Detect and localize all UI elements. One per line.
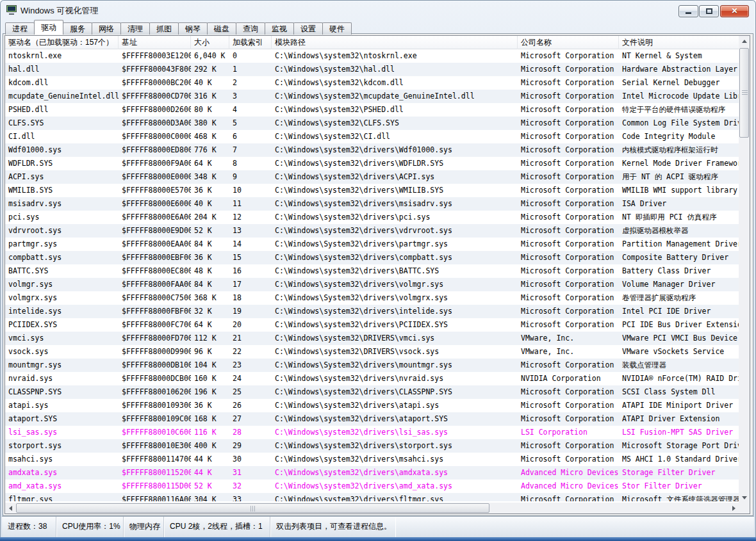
cell-company: LSI Corporation — [518, 426, 619, 439]
cell-name: pci.sys — [5, 211, 119, 224]
driver-list: 驱动名（已加载驱动：157个）基址大小加载索引模块路径公司名称文件说明 ntos… — [4, 35, 750, 514]
tab-hardware[interactable]: 硬件 — [322, 22, 352, 35]
table-row[interactable]: vsock.sys$FFFFF88000D9900096 K22C:\Windo… — [5, 345, 739, 359]
cell-base: $FFFFF88000E00000 — [119, 170, 191, 184]
table-row[interactable]: lsi_sas.sys$FFFFF880010C6000116 K28C:\Wi… — [5, 426, 739, 439]
table-row[interactable]: ACPI.sys$FFFFF88000E00000348 K9C:\Window… — [5, 170, 739, 184]
close-button[interactable]: ✕ — [720, 5, 749, 17]
horizontal-scroll-thumb[interactable] — [16, 503, 489, 513]
column-header-company[interactable]: 公司名称 — [518, 36, 619, 49]
cell-company: Microsoft Corporation — [518, 264, 619, 278]
scroll-left-button[interactable] — [5, 503, 16, 513]
table-row[interactable]: ataport.SYS$FFFFF8800109C000168 K27C:\Wi… — [5, 412, 739, 426]
cell-name: hal.dll — [5, 63, 119, 76]
tab-network[interactable]: 网络 — [92, 22, 121, 35]
maximize-icon — [706, 8, 712, 14]
tab-query[interactable]: 查询 — [236, 22, 265, 35]
table-row[interactable]: kdcom.dll$FFFFF80000BC200040 K2C:\Window… — [5, 76, 739, 90]
table-row[interactable]: nvraid.sys$FFFFF88000DCB000160 K24C:\Win… — [5, 372, 739, 385]
tab-service[interactable]: 服务 — [63, 22, 92, 35]
table-row[interactable]: fltmgr.sys$FFFFF8800116A000304 K33C:\Win… — [5, 493, 739, 501]
cell-name: partmgr.sys — [5, 238, 119, 251]
cell-size: 168 K — [191, 412, 229, 426]
title-bar[interactable]: Windows 可视化管理 ✕ — [0, 0, 756, 20]
table-row[interactable]: intelide.sys$FFFFF88000FBF00032 K19C:\Wi… — [5, 305, 739, 318]
table-row[interactable]: CI.dll$FFFFF88000C00000468 K6C:\Windows\… — [5, 130, 739, 143]
column-header-desc[interactable]: 文件说明 — [619, 36, 739, 49]
table-row[interactable]: WDFLDR.SYS$FFFFF88000F9A00064 K8C:\Windo… — [5, 157, 739, 170]
scroll-down-button[interactable] — [739, 492, 750, 503]
tab-piano[interactable]: 钢琴 — [178, 22, 208, 35]
tab-disk[interactable]: 磁盘 — [207, 22, 236, 35]
table-row[interactable]: msahci.sys$FFFFF8800114700044 K30C:\Wind… — [5, 453, 739, 466]
table-row[interactable]: vdrvroot.sys$FFFFF88000E9D00052 K13C:\Wi… — [5, 224, 739, 238]
arrow-right-icon — [732, 506, 735, 511]
cell-index: 11 — [229, 197, 272, 211]
table-row[interactable]: amdxata.sys$FFFFF8800115200044 K31C:\Win… — [5, 466, 739, 480]
cell-company: Microsoft Corporation — [518, 359, 619, 372]
tab-driver[interactable]: 驱动 — [34, 20, 63, 35]
cell-index: 20 — [229, 318, 272, 332]
table-row[interactable]: BATTC.SYS$FFFFF88000EC800048 K16C:\Windo… — [5, 264, 739, 278]
cell-desc: Intel Microcode Update Library — [619, 90, 739, 103]
vertical-scrollbar[interactable] — [739, 36, 750, 503]
cell-company: Microsoft Corporation — [518, 117, 619, 130]
table-row[interactable]: msisadrv.sys$FFFFF88000E6000040 K11C:\Wi… — [5, 197, 739, 211]
cell-size: 116 K — [191, 426, 229, 439]
cell-company: Microsoft Corporation — [518, 399, 619, 412]
table-row[interactable]: CLASSPNP.SYS$FFFFF88001062000196 K25C:\W… — [5, 385, 739, 399]
cell-desc: Kernel Mode Driver Framework Loader — [619, 157, 739, 170]
status-panel-4: 双击列表项目，可查看进程信息。 — [270, 517, 395, 537]
tab-capture[interactable]: 抓图 — [149, 22, 179, 35]
table-row[interactable]: volmgrx.sys$FFFFF88000C75000368 K18C:\Wi… — [5, 291, 739, 305]
column-header-size[interactable]: 大小 — [191, 36, 229, 49]
cell-base: $FFFFF88000D26000 — [119, 103, 191, 117]
status-panel-0: 进程数：38 — [2, 517, 56, 537]
cell-company: Advanced Micro Devices — [518, 480, 619, 493]
cell-company: Microsoft Corporation — [518, 63, 619, 76]
cell-desc: 特定于平台的硬件错误驱动程序 — [619, 103, 739, 117]
cell-path: C:\Windows\system32\ntoskrnl.exe — [272, 49, 518, 63]
tab-strip: 进程驱动服务网络清理抓图钢琴磁盘查询监视设置硬件 — [5, 20, 351, 34]
table-row[interactable]: storport.sys$FFFFF880010E3000400 K29C:\W… — [5, 439, 739, 453]
table-row[interactable]: compbatt.sys$FFFFF88000EBF00036 K15C:\Wi… — [5, 251, 739, 264]
table-row[interactable]: ntoskrnl.exe$FFFFF80003E120006,040 K0C:\… — [5, 49, 739, 63]
cell-desc: Battery Class Driver — [619, 264, 739, 278]
tab-monitor[interactable]: 监视 — [265, 22, 294, 35]
table-row[interactable]: hal.dll$FFFFF800043F8000292 K1C:\Windows… — [5, 63, 739, 76]
table-row[interactable]: mcupdate_GenuineIntel.dll$FFFFF88000CD70… — [5, 90, 739, 103]
table-row[interactable]: volmgr.sys$FFFFF88000FAA00084 K17C:\Wind… — [5, 278, 739, 291]
cell-base: $FFFFF88001093000 — [119, 399, 191, 412]
tab-process[interactable]: 进程 — [5, 22, 35, 35]
column-header-base[interactable]: 基址 — [119, 36, 191, 49]
scroll-up-button[interactable] — [739, 36, 750, 47]
tab-clean[interactable]: 清理 — [120, 22, 150, 35]
table-row[interactable]: Wdf01000.sys$FFFFF88000ED8000776 K7C:\Wi… — [5, 143, 739, 157]
table-row[interactable]: mountmgr.sys$FFFFF88000DB1000104 K23C:\W… — [5, 359, 739, 372]
cell-path: C:\Windows\System32\drivers\partmgr.sys — [272, 238, 518, 251]
column-header-index[interactable]: 加载索引 — [229, 36, 272, 49]
table-row[interactable]: atapi.sys$FFFFF8800109300036 K26C:\Windo… — [5, 399, 739, 412]
table-row[interactable]: PSHED.dll$FFFFF88000D2600080 K4C:\Window… — [5, 103, 739, 117]
vertical-scroll-thumb[interactable] — [739, 48, 749, 138]
horizontal-scrollbar[interactable] — [5, 503, 739, 513]
tab-settings[interactable]: 设置 — [293, 22, 323, 35]
table-row[interactable]: CLFS.SYS$FFFFF88000D3A000380 K5C:\Window… — [5, 117, 739, 130]
table-row[interactable]: WMILIB.SYS$FFFFF88000E5700036 K10C:\Wind… — [5, 184, 739, 197]
column-header-path[interactable]: 模块路径 — [272, 36, 518, 49]
cell-base: $FFFFF88000C00000 — [119, 130, 191, 143]
scroll-right-button[interactable] — [728, 503, 739, 513]
cell-path: C:\Windows\system32\kdcom.dll — [272, 76, 518, 90]
table-row[interactable]: vmci.sys$FFFFF88000FD7000112 K21C:\Windo… — [5, 332, 739, 345]
maximize-button[interactable] — [699, 5, 719, 17]
table-row[interactable]: PCIIDEX.SYS$FFFFF88000FC700064 K20C:\Win… — [5, 318, 739, 332]
table-row[interactable]: pci.sys$FFFFF88000E6A000204 K12C:\Window… — [5, 211, 739, 224]
cell-base: $FFFFF88000FBF000 — [119, 305, 191, 318]
table-row[interactable]: partmgr.sys$FFFFF88000EAA00084 K14C:\Win… — [5, 238, 739, 251]
cell-path: C:\Windows\system32\drivers\nvraid.sys — [272, 372, 518, 385]
window-title: Windows 可视化管理 — [21, 5, 98, 17]
table-row[interactable]: amd_xata.sys$FFFFF8800115D00052 K32C:\Wi… — [5, 480, 739, 493]
cell-base: $FFFFF88001062000 — [119, 385, 191, 399]
minimize-button[interactable] — [678, 5, 698, 17]
column-header-name[interactable]: 驱动名（已加载驱动：157个） — [5, 36, 119, 49]
